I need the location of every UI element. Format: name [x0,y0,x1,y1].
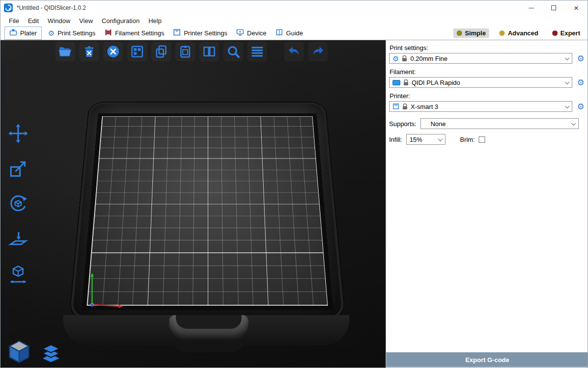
simple-mode-dot-icon [457,30,462,36]
gizmo-toolbar [6,122,30,287]
editor-3d-view-button[interactable] [5,338,33,365]
printer-gear-button[interactable]: ⚙ [576,103,586,111]
monitor-icon [236,28,244,38]
gear-icon: ⚙ [577,54,584,63]
place-on-face-icon [7,229,29,250]
split-button[interactable] [199,42,219,61]
tab-filament-settings-label: Filament Settings [115,29,164,37]
menu-configuration[interactable]: Configuration [98,16,144,26]
mode-expert[interactable]: Expert [549,28,584,38]
printer-combo[interactable]: X-smart 3 [389,101,572,112]
infill-value: 15% [410,136,422,143]
search-button[interactable] [223,42,243,61]
gear-icon: ⚙ [48,29,54,37]
undo-icon [287,44,301,59]
menu-help[interactable]: Help [144,16,166,26]
chevron-down-icon [438,136,442,141]
print-settings-gear-button[interactable]: ⚙ [576,54,586,63]
mode-simple-label: Simple [465,29,486,37]
printer-label: Printer: [390,92,586,100]
scale-icon [7,158,29,180]
tab-device-label: Device [247,29,267,37]
print-settings-value: 0.20mm Fine [410,55,447,62]
place-on-face-tool-button[interactable] [6,228,30,251]
rotate-tool-button[interactable] [6,192,30,216]
print-settings-label: Print settings: [390,44,586,52]
printer-icon [392,103,399,110]
menu-view[interactable]: View [75,16,98,26]
add-object-button[interactable] [55,42,75,61]
infill-combo[interactable]: 15% [406,134,445,145]
lock-icon [403,79,409,86]
supports-value: None [424,120,446,128]
measure-tool-button[interactable] [6,263,30,287]
menu-edit[interactable]: Edit [24,16,43,26]
filament-label: Filament: [390,68,586,76]
split-icon [202,44,217,59]
menu-window[interactable]: Window [43,16,74,26]
chevron-down-icon [565,79,570,84]
close-icon: × [574,4,579,12]
arrange-button[interactable] [127,42,147,61]
brim-label: Brim: [460,136,475,143]
minimize-button[interactable] [520,0,542,15]
mode-advanced-label: Advanced [508,29,538,37]
plater-3d-viewport[interactable] [0,40,386,368]
redo-button[interactable] [308,42,328,61]
tab-filament-settings[interactable]: Filament Settings [100,27,169,39]
undo-button[interactable] [284,42,304,61]
brim-checkbox[interactable] [479,136,485,143]
filament-combo[interactable]: QIDI PLA Rapido [389,77,572,88]
mode-advanced[interactable]: Advanced [496,28,541,38]
mode-expert-label: Expert [561,29,580,37]
tab-printer-settings-label: Printer Settings [184,29,227,37]
expert-mode-dot-icon [552,30,558,36]
tab-guide[interactable]: Guide [271,27,308,39]
tab-device[interactable]: Device [232,27,271,39]
close-button[interactable]: × [565,0,588,15]
export-gcode-label: Export G-code [466,356,510,364]
variable-layer-height-button[interactable] [247,42,267,61]
build-plate-handle-slot [176,315,242,329]
delete-all-button[interactable] [103,42,123,61]
tab-bar: Plater ⚙ Print Settings Filament Setting… [0,26,588,40]
mode-simple[interactable]: Simple [453,28,490,38]
paste-button[interactable] [175,42,195,61]
bed-scene [65,40,349,335]
tab-plater[interactable]: Plater [4,26,42,40]
move-icon [7,123,29,144]
printer-icon [173,28,181,38]
title-bar: *Untitled - QIDISlicer-1.0.2 × [0,0,588,15]
export-gcode-button[interactable]: Export G-code [386,352,588,367]
infill-label: Infill: [389,136,402,143]
supports-combo[interactable]: None [420,118,579,129]
build-plate-handle-tab [173,340,245,352]
rotate-icon [7,193,29,215]
print-settings-combo[interactable]: ⚙ 0.20mm Fine [389,53,572,64]
measure-icon [7,264,29,286]
filament-color-swatch [392,80,400,85]
filament-value: QIDI PLA Rapido [412,79,460,86]
filament-gear-button[interactable]: ⚙ [576,79,586,87]
tab-print-settings[interactable]: ⚙ Print Settings [44,28,100,38]
move-tool-button[interactable] [6,122,30,145]
menu-file[interactable]: File [4,16,24,26]
settings-sidebar: Print settings: ⚙ 0.20mm Fine ⚙ Filament… [386,40,588,368]
copy-button[interactable] [151,42,171,61]
arrange-icon [130,44,145,59]
layers-stack-icon [40,343,62,365]
printer-value: X-smart 3 [411,103,438,110]
maximize-button[interactable] [542,0,565,15]
scale-tool-button[interactable] [6,157,30,181]
delete-button[interactable] [79,42,99,61]
trash-icon [82,44,97,59]
chevron-down-icon [565,55,570,60]
guide-book-icon [275,28,283,38]
preview-layers-view-button[interactable] [40,343,62,365]
tab-plater-label: Plater [20,29,37,37]
copy-icon [154,44,169,59]
bed-grid-surface [87,116,328,306]
cube-3d-icon [5,338,33,365]
supports-label: Supports: [389,120,416,128]
tab-printer-settings[interactable]: Printer Settings [169,27,232,39]
